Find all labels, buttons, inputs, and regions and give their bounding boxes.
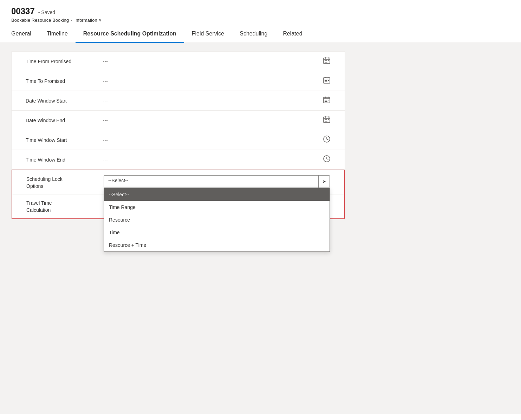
svg-rect-6 [328,60,329,61]
scheduling-lock-label: Scheduling Lock Options [26,175,104,190]
svg-rect-14 [326,80,327,81]
scheduling-lock-select-wrapper: --Select-- ➤ --Select-- Time Range Resou… [104,175,330,188]
tab-general[interactable]: General [4,26,39,43]
svg-rect-17 [326,81,327,82]
date-window-start-row: Date Window Start --- [12,91,345,111]
svg-rect-34 [325,121,326,122]
time-from-promised-row: Time From Promised --- [12,52,345,71]
svg-rect-22 [325,100,326,100]
svg-rect-32 [326,119,327,120]
scheduling-lock-dropdown-button[interactable]: ➤ [318,176,330,188]
time-from-promised-label: Time From Promised [26,59,103,64]
time-to-promised-label: Time To Promised [26,78,103,84]
date-window-end-value: --- [103,118,323,123]
date-window-start-value: --- [103,98,323,104]
svg-rect-8 [326,62,327,63]
current-view-selector[interactable]: Information ∨ [74,18,102,23]
time-window-start-value: --- [103,137,323,143]
svg-rect-31 [325,119,326,120]
tab-related[interactable]: Related [275,26,310,43]
scheduling-lock-dropdown: --Select-- Time Range Resource Time Reso… [104,188,330,252]
svg-rect-35 [326,121,327,122]
current-view-label: Information [74,18,97,23]
date-window-start-calendar-icon[interactable] [323,96,331,105]
breadcrumb-separator: · [71,18,72,23]
date-window-end-row: Date Window End --- [12,111,345,130]
scheduling-lock-row: Scheduling Lock Options --Select-- ➤ --S… [12,170,344,195]
svg-rect-13 [325,80,326,81]
time-window-start-label: Time Window Start [26,137,103,143]
scheduling-lock-select-value[interactable]: --Select-- [104,176,318,188]
svg-rect-7 [325,62,326,63]
time-from-promised-value: --- [103,59,323,64]
svg-line-38 [327,139,328,140]
svg-rect-15 [328,80,329,81]
dropdown-item-time-range[interactable]: Time Range [104,201,330,214]
time-window-end-label: Time Window End [26,157,103,163]
nav-tabs: General Timeline Resource Scheduling Opt… [0,26,521,43]
entity-name[interactable]: Bookable Resource Booking [11,18,69,23]
svg-rect-25 [325,101,326,102]
svg-rect-5 [326,60,327,61]
date-window-start-label: Date Window Start [26,98,103,104]
time-window-end-clock-icon[interactable] [323,155,331,164]
svg-rect-26 [326,101,327,102]
tab-timeline[interactable]: Timeline [39,26,76,43]
date-window-end-calendar-icon[interactable] [323,116,331,125]
time-window-end-row: Time Window End --- [12,150,345,170]
dropdown-item-time[interactable]: Time [104,226,330,239]
time-to-promised-calendar-icon[interactable] [323,76,331,86]
dropdown-item-resource-time[interactable]: Resource + Time [104,239,330,251]
time-window-start-clock-icon[interactable] [323,135,331,145]
time-to-promised-row: Time To Promised --- [12,71,345,91]
tab-scheduling[interactable]: Scheduling [232,26,275,43]
travel-time-label: Travel Time Calculation [26,200,104,214]
time-from-promised-calendar-icon[interactable] [323,57,331,66]
form-card: Time From Promised --- [11,51,345,219]
time-to-promised-value: --- [103,78,323,84]
chevron-down-icon: ∨ [99,18,102,22]
dropdown-item-select[interactable]: --Select-- [104,188,330,201]
tab-rso[interactable]: Resource Scheduling Optimization [76,26,184,43]
date-window-end-label: Date Window End [26,118,103,123]
svg-rect-33 [328,119,329,120]
svg-rect-23 [326,100,327,100]
record-id: 00337 [11,6,35,16]
svg-line-41 [327,159,328,159]
breadcrumb: Bookable Resource Booking · Information … [11,18,510,23]
time-window-start-row: Time Window Start --- [12,130,345,150]
time-window-end-value: --- [103,157,323,163]
tab-field-service[interactable]: Field Service [184,26,232,43]
svg-rect-4 [325,60,326,61]
main-content: Time From Promised --- [0,43,521,414]
saved-status: - Saved [38,9,55,15]
svg-rect-24 [328,100,329,100]
dropdown-item-resource[interactable]: Resource [104,214,330,226]
highlighted-section: Scheduling Lock Options --Select-- ➤ --S… [12,170,345,219]
svg-rect-16 [325,81,326,82]
